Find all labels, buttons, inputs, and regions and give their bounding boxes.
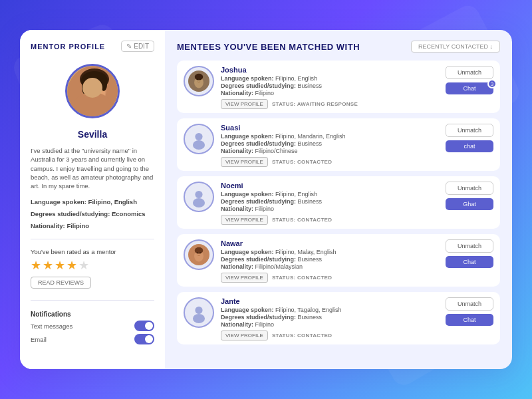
mentor-name: Sevilla	[31, 129, 154, 140]
email-label: Email	[31, 336, 47, 343]
svg-point-7	[82, 79, 90, 95]
mentee-tags: VIEW PROFILE STATUS: CONTACTED	[221, 215, 434, 225]
toggle-knob	[145, 322, 153, 330]
text-messages-label: Text messages	[31, 323, 72, 330]
status-badge: STATUS: CONTACTED	[272, 332, 332, 338]
pencil-icon: ✎	[126, 43, 132, 50]
view-profile-button[interactable]: VIEW PROFILE	[221, 331, 268, 340]
mentee-nationality: Nationality: Filipino/Chinese	[221, 148, 434, 154]
svg-point-8	[100, 78, 107, 91]
chat-badge: 3	[487, 79, 497, 88]
chat-button[interactable]: chat	[446, 140, 493, 152]
star-4: ★	[66, 258, 77, 273]
svg-point-26	[197, 252, 198, 253]
view-profile-button[interactable]: VIEW PROFILE	[221, 99, 268, 109]
mentee-tags: VIEW PROFILE STATUS: CONTACTED	[221, 273, 434, 283]
svg-point-29	[195, 307, 202, 314]
mentee-avatar	[184, 124, 214, 154]
mentee-tags: VIEW PROFILE STATUS: CONTACTED	[221, 157, 434, 167]
mentee-nationality: Nationality: Filipino	[221, 321, 434, 328]
mentee-row: Joshua Language spoken: Filipino, Englis…	[177, 61, 500, 113]
edit-button[interactable]: ✎ EDIT	[121, 41, 154, 52]
mentee-avatar	[184, 239, 214, 270]
mentee-row: Suasi Language spoken: Filipino, Mandari…	[177, 118, 500, 171]
unmatch-button[interactable]: Unmatch	[446, 124, 493, 137]
divider-2	[31, 300, 154, 301]
svg-point-17	[195, 133, 202, 140]
mentee-info: Nawar Language spoken: Filipino, Malay, …	[221, 239, 434, 283]
mentee-actions: Unmatch Chat	[440, 239, 493, 268]
toggle-knob-email	[145, 335, 153, 343]
chat-button[interactable]: Chat 3	[446, 82, 493, 94]
chat-button[interactable]: Chat	[446, 314, 493, 326]
mentee-name: Nawar	[221, 239, 434, 247]
left-panel: MENTOR PROFILE ✎ EDIT	[20, 30, 165, 369]
mentee-degrees: Degrees studied/studying: Business	[221, 314, 434, 321]
mentee-nationality: Nationality: Filipino	[221, 205, 434, 212]
unmatch-button[interactable]: Unmatch	[446, 239, 493, 253]
mentees-list: Joshua Language spoken: Filipino, Englis…	[177, 61, 500, 362]
recently-contacted-button[interactable]: RECENTLY CONTACTED ↓	[411, 41, 500, 53]
svg-point-4	[89, 89, 92, 92]
view-profile-button[interactable]: VIEW PROFILE	[221, 215, 268, 225]
mentor-profile-header: MENTOR PROFILE ✎ EDIT	[31, 41, 154, 52]
mentee-degrees: Degrees studied/studying: Business	[221, 140, 434, 147]
mentor-bio: I've studied at the "university name" in…	[31, 146, 154, 190]
mentee-language: Language spoken: Filipino, Tagalog, Engl…	[221, 307, 434, 313]
read-reviews-button[interactable]: READ REVIEWS	[31, 277, 91, 289]
rating-label: You've been rated as a mentor	[31, 248, 154, 255]
chat-button[interactable]: Ghat	[446, 198, 493, 210]
mentee-actions: Unmatch Chat 3	[440, 66, 493, 94]
star-2: ★	[43, 258, 53, 273]
mentee-info: Joshua Language spoken: Filipino, Englis…	[221, 66, 434, 109]
mentee-name: Jante	[221, 297, 434, 305]
avatar-container	[31, 64, 154, 118]
mentor-degrees: Degrees studied/studying: Economics	[31, 210, 154, 217]
svg-point-18	[193, 140, 205, 150]
status-badge: STATUS: CONTACTED	[272, 275, 332, 281]
view-profile-button[interactable]: VIEW PROFILE	[221, 157, 268, 167]
svg-point-27	[200, 252, 201, 253]
svg-point-25	[195, 247, 203, 254]
text-messages-toggle[interactable]	[134, 321, 154, 331]
mentee-tags: VIEW PROFILE STATUS: AWAITING RESPONSE	[221, 99, 434, 109]
mentee-row: Noemi Language spoken: Filipino, English…	[177, 176, 500, 229]
star-5: ★	[78, 258, 89, 273]
notifications-section: Notifications Text messages Email	[31, 311, 154, 347]
mentee-language: Language spoken: Filipino, English	[221, 191, 434, 198]
unmatch-button[interactable]: Unmatch	[446, 297, 493, 311]
right-header: MENTEES YOU'VE BEEN MATCHED WITH RECENTL…	[177, 41, 500, 53]
mentee-nationality: Nationality: Filipino/Malaysian	[221, 263, 434, 270]
mentor-nationality: Nationality: Filipino	[31, 222, 154, 229]
mentee-name: Suasi	[221, 124, 434, 132]
mentee-degrees: Degrees studied/studying: Business	[221, 82, 434, 89]
mentor-face	[67, 66, 118, 116]
right-panel: MENTEES YOU'VE BEEN MATCHED WITH RECENTL…	[165, 30, 512, 369]
svg-point-20	[195, 191, 202, 198]
view-profile-button[interactable]: VIEW PROFILE	[221, 273, 268, 283]
mentor-profile-title: MENTOR PROFILE	[31, 43, 105, 51]
mentee-avatar	[184, 66, 214, 96]
svg-point-3	[84, 80, 105, 104]
unmatch-button[interactable]: Unmatch	[446, 66, 493, 79]
status-badge: STATUS: CONTACTED	[272, 217, 332, 223]
mentee-row: Nawar Language spoken: Filipino, Malay, …	[177, 234, 500, 287]
mentee-row: Jante Language spoken: Filipino, Tagalog…	[177, 292, 500, 344]
divider-1	[31, 239, 154, 239]
mentee-avatar	[184, 297, 214, 328]
mentee-actions: Unmatch Ghat	[440, 182, 493, 210]
unmatch-button[interactable]: Unmatch	[446, 182, 493, 195]
svg-point-13	[197, 78, 198, 80]
stars: ★ ★ ★ ★ ★	[31, 258, 154, 273]
right-title: MENTEES YOU'VE BEEN MATCHED WITH	[177, 42, 360, 52]
rating-section: You've been rated as a mentor ★ ★ ★ ★ ★ …	[31, 248, 154, 289]
mentee-avatar	[184, 182, 214, 212]
svg-point-14	[200, 78, 201, 80]
email-toggle[interactable]	[134, 334, 154, 344]
mentee-language: Language spoken: Filipino, Malay, Englis…	[221, 249, 434, 255]
mentee-info: Noemi Language spoken: Filipino, English…	[221, 182, 434, 225]
star-3: ★	[55, 258, 65, 273]
mentor-avatar	[65, 64, 120, 118]
mentee-tags: VIEW PROFILE STATUS: CONTACTED	[221, 331, 434, 340]
chat-button[interactable]: Chat	[446, 256, 493, 268]
